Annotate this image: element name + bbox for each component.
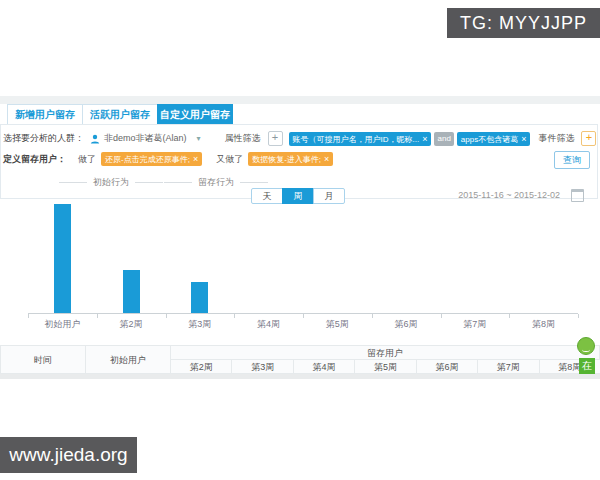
filter-operator-and: and xyxy=(434,132,453,146)
retention-bar xyxy=(123,270,140,313)
x-axis-label: 第7周 xyxy=(463,318,486,331)
tab-new-user-retention[interactable]: 新增用户留存 xyxy=(7,104,83,125)
axis-tick xyxy=(441,314,442,318)
tab-active-user-retention[interactable]: 活跃用户留存 xyxy=(82,104,158,125)
initial-event-text: 还原-点击完成还原事件; xyxy=(105,155,190,164)
attribute-filter-tag-text: apps不包含诸葛 xyxy=(461,135,518,144)
x-axis-label: 第8周 xyxy=(532,318,555,331)
x-axis-label: 第6周 xyxy=(395,318,418,331)
close-icon[interactable]: × xyxy=(422,134,427,144)
attribute-filter-tag-text: 账号（可搜用户名，用户ID，昵称... xyxy=(293,135,420,144)
table-subheader-week: 第6周 xyxy=(416,359,478,374)
axis-tick xyxy=(303,314,304,318)
table-subheader-week: 第3周 xyxy=(231,359,293,374)
add-attribute-filter-button[interactable]: + xyxy=(268,131,283,146)
dash-line xyxy=(59,182,87,183)
definition-label: 定义留存用户： xyxy=(3,153,66,166)
did-label: 做了 xyxy=(78,153,96,166)
query-button[interactable]: 查询 xyxy=(554,151,590,169)
retention-event-text: 数据恢复-进入事件; xyxy=(252,155,321,164)
tab-custom-user-retention[interactable]: 自定义用户留存 xyxy=(157,104,233,125)
table-subheader-week: 第4周 xyxy=(293,359,355,374)
retention-bar xyxy=(191,282,208,313)
online-badge[interactable]: 在 xyxy=(579,358,595,374)
initial-behavior-label: 初始行为 xyxy=(93,176,129,189)
axis-tick xyxy=(97,314,98,318)
app-screen: TG: MYYJJPP 新增用户留存 活跃用户留存 自定义用户留存 选择要分析的… xyxy=(0,0,600,480)
watermark-tg: TG: MYYJJPP xyxy=(447,8,600,38)
table-body-row xyxy=(0,374,600,379)
online-support-icon[interactable] xyxy=(577,337,595,355)
retention-bar xyxy=(54,204,71,313)
initial-event-tag[interactable]: 还原-点击完成还原事件;× xyxy=(101,152,202,166)
cohort-select[interactable]: 非demo非诸葛(Alan) xyxy=(104,132,187,145)
axis-tick xyxy=(509,314,510,318)
x-axis-label: 第3周 xyxy=(188,318,211,331)
table-header-time: 时间 xyxy=(0,345,86,374)
then-did-label: 又做了 xyxy=(216,153,243,166)
add-event-filter-button[interactable]: + xyxy=(581,131,596,146)
attribute-filter-tag-apps[interactable]: apps不包含诸葛× xyxy=(457,132,531,146)
attribute-filter-label: 属性筛选 xyxy=(225,132,261,145)
table-subheader-week: 第5周 xyxy=(354,359,416,374)
retention-event-tag[interactable]: 数据恢复-进入事件;× xyxy=(248,152,333,166)
dash-line xyxy=(164,182,192,183)
event-filter-label: 事件筛选 xyxy=(538,132,574,145)
axis-tick xyxy=(372,314,373,318)
table-subheader-week: 第7周 xyxy=(477,359,539,374)
close-icon[interactable]: × xyxy=(521,134,526,144)
cohort-label: 选择要分析的人群： xyxy=(3,132,84,145)
axis-tick xyxy=(578,314,579,318)
retention-bar-chart: 初始用户第2周第3周第4周第5周第6周第7周第8周 xyxy=(0,200,600,335)
attribute-filter-tag-account[interactable]: 账号（可搜用户名，用户ID，昵称...× xyxy=(289,132,432,146)
filter-row-definition: 定义留存用户： 做了 还原-点击完成还原事件;× 又做了 数据恢复-进入事件;× xyxy=(3,152,333,166)
close-icon[interactable]: × xyxy=(324,154,329,164)
watermark-jieda: www.jieda.org xyxy=(0,437,137,473)
chevron-down-icon[interactable]: ▾ xyxy=(197,134,201,143)
retention-behavior-label: 留存行为 xyxy=(198,176,234,189)
initial-behavior-caption: 初始行为 xyxy=(53,176,169,189)
filter-row-cohort: 选择要分析的人群： 非demo非诸葛(Alan) ▾ 属性筛选 + 账号（可搜用… xyxy=(3,131,596,146)
dash-line xyxy=(240,182,268,183)
axis-tick xyxy=(234,314,235,318)
x-axis-label: 初始用户 xyxy=(44,318,80,331)
x-axis-label: 第5周 xyxy=(326,318,349,331)
axis-tick xyxy=(28,314,29,318)
tab-bar: 新增用户留存 活跃用户留存 自定义用户留存 xyxy=(8,104,233,125)
table-subheader-week: 第2周 xyxy=(170,359,232,374)
date-range-picker[interactable]: 2015-11-16 ~ 2015-12-02 xyxy=(458,190,560,200)
table-header-initial-users: 初始用户 xyxy=(85,345,171,374)
section-divider xyxy=(0,96,600,104)
axis-tick xyxy=(166,314,167,318)
table-header-retained-users: 留存用户 xyxy=(170,345,600,360)
retention-table: 时间 初始用户 留存用户 第2周第3周第4周第5周第6周第7周第8周 xyxy=(0,345,600,379)
x-axis-label: 第4周 xyxy=(257,318,280,331)
x-axis-label: 第2周 xyxy=(120,318,143,331)
user-icon xyxy=(90,134,100,144)
close-icon[interactable]: × xyxy=(193,154,198,164)
